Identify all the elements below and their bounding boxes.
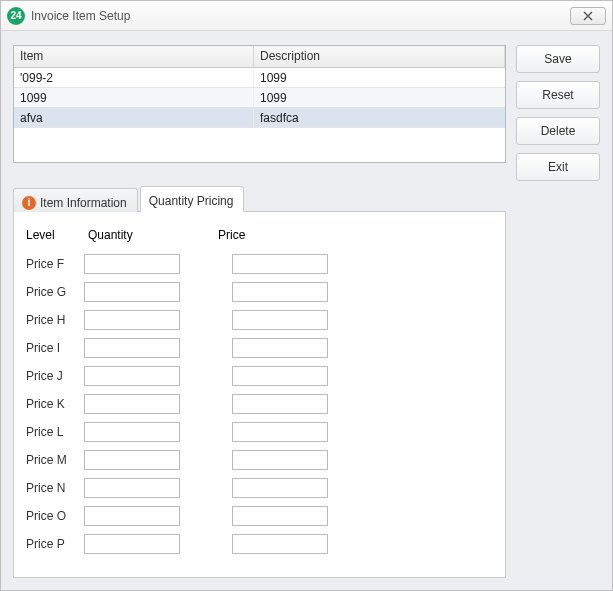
quantity-input[interactable] bbox=[84, 366, 180, 386]
window: 24 Invoice Item Setup Item Description '… bbox=[0, 0, 613, 591]
price-level-label: Price L bbox=[26, 425, 84, 439]
qp-column-headers: Level Quantity Price bbox=[26, 228, 493, 242]
price-level-label: Price H bbox=[26, 313, 84, 327]
quantity-input[interactable] bbox=[84, 422, 180, 442]
price-input[interactable] bbox=[232, 310, 328, 330]
items-grid[interactable]: Item Description '099-2109910991099afvaf… bbox=[13, 45, 506, 163]
cell-description: 1099 bbox=[254, 69, 505, 87]
quantity-input[interactable] bbox=[84, 534, 180, 554]
tabstrip: i Item Information Quantity Pricing bbox=[13, 186, 506, 212]
grid-body: '099-2109910991099afvafasdfca bbox=[14, 68, 505, 128]
price-level-label: Price O bbox=[26, 509, 84, 523]
price-level-label: Price J bbox=[26, 369, 84, 383]
quantity-input[interactable] bbox=[84, 282, 180, 302]
cell-item: 1099 bbox=[14, 89, 254, 107]
price-level-label: Price I bbox=[26, 341, 84, 355]
price-level-label: Price K bbox=[26, 397, 84, 411]
price-level-label: Price F bbox=[26, 257, 84, 271]
exit-button[interactable]: Exit bbox=[516, 153, 600, 181]
price-level-row: Price N bbox=[26, 474, 493, 502]
price-level-row: Price O bbox=[26, 502, 493, 530]
price-level-label: Price G bbox=[26, 285, 84, 299]
info-icon: i bbox=[22, 196, 36, 210]
header-price: Price bbox=[218, 228, 338, 242]
delete-button[interactable]: Delete bbox=[516, 117, 600, 145]
price-level-row: Price K bbox=[26, 390, 493, 418]
quantity-input[interactable] bbox=[84, 310, 180, 330]
titlebar: 24 Invoice Item Setup bbox=[1, 1, 612, 31]
save-button[interactable]: Save bbox=[516, 45, 600, 73]
cell-description: 1099 bbox=[254, 89, 505, 107]
quantity-input[interactable] bbox=[84, 450, 180, 470]
price-level-label: Price M bbox=[26, 453, 84, 467]
price-input[interactable] bbox=[232, 394, 328, 414]
qp-rows: Price FPrice GPrice HPrice IPrice JPrice… bbox=[26, 250, 493, 558]
price-input[interactable] bbox=[232, 478, 328, 498]
price-level-row: Price L bbox=[26, 418, 493, 446]
table-row[interactable]: 10991099 bbox=[14, 88, 505, 108]
price-level-row: Price H bbox=[26, 306, 493, 334]
price-input[interactable] bbox=[232, 450, 328, 470]
price-level-label: Price P bbox=[26, 537, 84, 551]
cell-item: '099-2 bbox=[14, 69, 254, 87]
tab-label-quantity-pricing: Quantity Pricing bbox=[149, 194, 234, 208]
cell-item: afva bbox=[14, 109, 254, 127]
price-level-row: Price J bbox=[26, 362, 493, 390]
reset-button[interactable]: Reset bbox=[516, 81, 600, 109]
column-header-item[interactable]: Item bbox=[14, 46, 254, 67]
close-icon bbox=[583, 11, 593, 21]
left-column: Item Description '099-2109910991099afvaf… bbox=[13, 45, 506, 578]
price-input[interactable] bbox=[232, 254, 328, 274]
quantity-input[interactable] bbox=[84, 338, 180, 358]
header-level: Level bbox=[26, 228, 88, 242]
price-input[interactable] bbox=[232, 366, 328, 386]
table-row[interactable]: '099-21099 bbox=[14, 68, 505, 88]
quantity-input[interactable] bbox=[84, 478, 180, 498]
quantity-input[interactable] bbox=[84, 506, 180, 526]
table-row[interactable]: afvafasdfca bbox=[14, 108, 505, 128]
cell-description: fasdfca bbox=[254, 109, 505, 127]
price-level-row: Price I bbox=[26, 334, 493, 362]
quantity-input[interactable] bbox=[84, 254, 180, 274]
price-input[interactable] bbox=[232, 338, 328, 358]
window-close-button[interactable] bbox=[570, 7, 606, 25]
price-input[interactable] bbox=[232, 506, 328, 526]
price-level-row: Price F bbox=[26, 250, 493, 278]
window-title: Invoice Item Setup bbox=[31, 9, 570, 23]
quantity-input[interactable] bbox=[84, 394, 180, 414]
price-input[interactable] bbox=[232, 282, 328, 302]
client-area: Item Description '099-2109910991099afvaf… bbox=[1, 31, 612, 590]
app-icon: 24 bbox=[7, 7, 25, 25]
header-quantity: Quantity bbox=[88, 228, 218, 242]
price-level-row: Price G bbox=[26, 278, 493, 306]
price-level-label: Price N bbox=[26, 481, 84, 495]
tab-quantity-pricing[interactable]: Quantity Pricing bbox=[140, 186, 245, 212]
price-input[interactable] bbox=[232, 422, 328, 442]
column-header-description[interactable]: Description bbox=[254, 46, 505, 67]
tab-panel-quantity-pricing: Level Quantity Price Price FPrice GPrice… bbox=[13, 211, 506, 578]
tab-area: i Item Information Quantity Pricing Leve… bbox=[13, 185, 506, 578]
tab-label-item-information: Item Information bbox=[40, 196, 127, 210]
price-level-row: Price M bbox=[26, 446, 493, 474]
price-level-row: Price P bbox=[26, 530, 493, 558]
price-input[interactable] bbox=[232, 534, 328, 554]
tab-item-information[interactable]: i Item Information bbox=[13, 188, 138, 212]
right-column: Save Reset Delete Exit bbox=[516, 45, 600, 578]
grid-header: Item Description bbox=[14, 46, 505, 68]
